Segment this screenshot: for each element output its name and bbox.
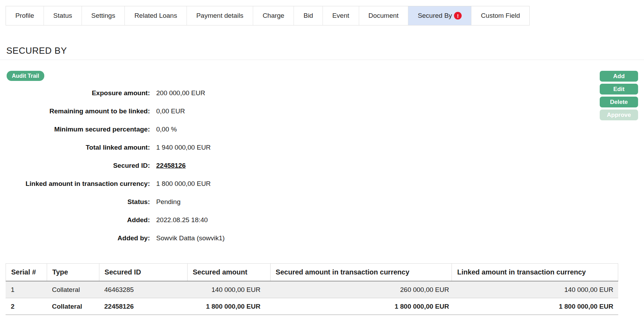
details-panel: Exposure amount:200 000,00 EURRemaining … xyxy=(0,84,225,247)
field-row-status: Status:Pending xyxy=(0,193,225,211)
delete-button[interactable]: Delete xyxy=(600,97,638,107)
tab-label: Profile xyxy=(15,12,34,20)
tab-label: Event xyxy=(332,12,349,20)
secured-by-table: Serial #TypeSecured IDSecured amountSecu… xyxy=(6,263,618,315)
field-label: Added by: xyxy=(0,234,150,242)
cell: 260 000,00 EUR xyxy=(270,281,452,298)
cell: 140 000,00 EUR xyxy=(187,281,270,298)
table-row[interactable]: 2Collateral224581261 800 000,00 EUR1 800… xyxy=(6,298,618,315)
tab-document[interactable]: Document xyxy=(359,6,409,25)
field-label: Minimum secured percentage: xyxy=(0,126,150,133)
field-value: 1 800 000,00 EUR xyxy=(156,180,211,188)
cell: 1 800 000,00 EUR xyxy=(187,298,270,315)
field-row-exposure-amount: Exposure amount:200 000,00 EUR xyxy=(0,84,225,102)
tab-charge[interactable]: Charge xyxy=(253,6,294,25)
secured-id-link[interactable]: 22458126 xyxy=(156,162,186,169)
field-row-total-linked-amount: Total linked amount:1 940 000,00 EUR xyxy=(0,138,225,157)
tab-profile[interactable]: Profile xyxy=(6,6,44,25)
field-value: 2022.08.25 18:40 xyxy=(156,216,208,224)
field-label: Secured ID: xyxy=(0,162,150,169)
table-body: 1Collateral46463285140 000,00 EUR260 000… xyxy=(6,281,618,315)
column-header-serial: Serial # xyxy=(6,264,47,281)
cell: Collateral xyxy=(47,298,99,315)
field-label: Remaining amount to be linked: xyxy=(0,107,150,115)
tab-label: Document xyxy=(369,12,399,20)
tab-label: Secured By xyxy=(418,12,452,20)
field-label: Exposure amount: xyxy=(0,89,150,97)
tab-label: Settings xyxy=(91,12,115,20)
cell: 22458126 xyxy=(99,298,187,315)
field-value: 0,00 EUR xyxy=(156,107,185,115)
tab-label: Bid xyxy=(303,12,313,20)
cell: Collateral xyxy=(47,281,99,298)
field-row-minimum-secured-percentage: Minimum secured percentage:0,00 % xyxy=(0,120,225,138)
approve-button[interactable]: Approve xyxy=(600,110,638,120)
action-button-group: AddEditDeleteApprove xyxy=(600,71,638,120)
tab-label: Charge xyxy=(263,12,284,20)
tab-bid[interactable]: Bid xyxy=(294,6,323,25)
cell: 1 800 000,00 EUR xyxy=(452,298,618,315)
field-label: Added: xyxy=(0,216,150,224)
field-row-secured-id: Secured ID:22458126 xyxy=(0,157,225,175)
column-header-type: Type xyxy=(47,264,99,281)
field-row-linked-amount-in-transaction-currency: Linked amount in transaction currency:1 … xyxy=(0,175,225,193)
cell: 2 xyxy=(6,298,47,315)
field-value: 0,00 % xyxy=(156,126,177,133)
cell: 46463285 xyxy=(99,281,187,298)
tab-event[interactable]: Event xyxy=(323,6,359,25)
field-row-added-by: Added by:Sowvik Datta (sowvik1) xyxy=(0,229,225,247)
tab-related-loans[interactable]: Related Loans xyxy=(125,6,187,25)
tab-label: Related Loans xyxy=(134,12,177,20)
tab-bar: ProfileStatusSettingsRelated LoansPaymen… xyxy=(6,6,530,25)
tab-label: Custom Field xyxy=(481,12,520,20)
cell: 1 xyxy=(6,281,47,298)
field-value: Sowvik Datta (sowvik1) xyxy=(156,234,225,242)
tab-settings[interactable]: Settings xyxy=(82,6,125,25)
cell: 1 800 000,00 EUR xyxy=(270,298,452,315)
edit-button[interactable]: Edit xyxy=(600,84,638,95)
field-label: Status: xyxy=(0,198,150,206)
column-header-linked-amount-in-transaction-currency: Linked amount in transaction currency xyxy=(452,264,618,281)
field-label: Linked amount in transaction currency: xyxy=(0,180,150,188)
title-divider xyxy=(0,60,644,60)
tab-label: Status xyxy=(53,12,72,20)
field-value: Pending xyxy=(156,198,181,206)
tab-secured-by[interactable]: Secured By! xyxy=(408,6,471,25)
column-header-secured-id: Secured ID xyxy=(99,264,188,281)
cell: 140 000,00 EUR xyxy=(452,281,618,298)
tab-status[interactable]: Status xyxy=(44,6,82,25)
table-row[interactable]: 1Collateral46463285140 000,00 EUR260 000… xyxy=(6,281,618,298)
tab-label: Payment details xyxy=(196,12,243,20)
column-header-secured-amount-in-transaction-currency: Secured amount in transaction currency xyxy=(271,264,452,281)
alert-badge-icon: ! xyxy=(454,12,462,20)
field-row-remaining-amount-to-be-linked: Remaining amount to be linked:0,00 EUR xyxy=(0,102,225,120)
table-header-row: Serial #TypeSecured IDSecured amountSecu… xyxy=(6,263,618,281)
page-title: SECURED BY xyxy=(6,45,67,56)
audit-trail-button[interactable]: Audit Trail xyxy=(7,71,44,81)
tab-payment-details[interactable]: Payment details xyxy=(187,6,253,25)
field-label: Total linked amount: xyxy=(0,144,150,151)
field-row-added: Added:2022.08.25 18:40 xyxy=(0,211,225,229)
field-value: 200 000,00 EUR xyxy=(156,89,205,97)
add-button[interactable]: Add xyxy=(600,71,638,82)
tab-custom-field[interactable]: Custom Field xyxy=(471,6,529,25)
field-value: 1 940 000,00 EUR xyxy=(156,144,211,151)
column-header-secured-amount: Secured amount xyxy=(188,264,271,281)
